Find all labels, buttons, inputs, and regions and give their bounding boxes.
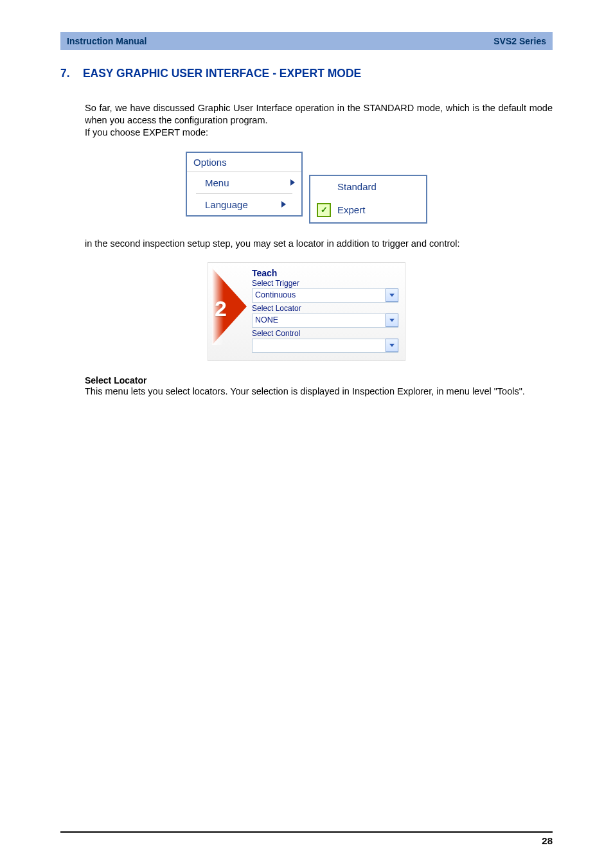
select-trigger-label: Select Trigger	[252, 279, 398, 288]
options-item-language-label: Language	[205, 199, 248, 210]
chevron-down-icon	[389, 319, 395, 322]
page-header-bar: Instruction Manual SVS2 Series	[60, 32, 553, 50]
dropdown-button[interactable]	[386, 288, 398, 302]
section-number: 7.	[60, 67, 80, 80]
teach-panel: 2 Teach Select Trigger Continuous Select…	[208, 262, 405, 361]
select-locator-dropdown[interactable]: NONE	[252, 314, 398, 328]
page-footer: 28	[60, 831, 553, 846]
options-menu-title[interactable]: Options	[187, 153, 301, 172]
options-item-menu[interactable]: Menu	[187, 172, 301, 193]
section-title: EASY GRAPHIC USER INTERFACE - EXPERT MOD…	[83, 67, 361, 80]
teach-panel-figure: 2 Teach Select Trigger Continuous Select…	[60, 262, 553, 361]
submenu-item-expert[interactable]: ✓ Expert	[310, 198, 426, 222]
submenu-item-standard[interactable]: Standard	[310, 176, 426, 198]
select-control-value	[252, 339, 386, 352]
page-number: 28	[542, 835, 553, 846]
select-trigger-dropdown[interactable]: Continuous	[252, 288, 398, 303]
options-menu-panel: Options Menu Language	[186, 152, 303, 217]
header-right: SVS2 Series	[493, 36, 546, 46]
step-2-arrow-badge: 2	[212, 268, 247, 345]
header-left: Instruction Manual	[67, 36, 147, 46]
select-locator-paragraph: This menu lets you select locators. Your…	[85, 385, 553, 398]
chevron-down-icon	[389, 344, 395, 347]
select-locator-label: Select Locator	[252, 304, 398, 313]
step-number: 2	[215, 296, 227, 321]
chevron-down-icon	[389, 294, 395, 297]
submenu-standard-label: Standard	[337, 181, 377, 192]
select-locator-heading: Select Locator	[85, 375, 553, 385]
select-control-label: Select Control	[252, 329, 398, 338]
dropdown-button[interactable]	[386, 339, 398, 352]
submenu-expert-label: Expert	[337, 204, 365, 215]
section-heading: 7. EASY GRAPHIC USER INTERFACE - EXPERT …	[60, 67, 553, 80]
checked-icon: ✓	[317, 203, 331, 217]
select-trigger-value: Continuous	[252, 288, 386, 302]
options-menu-figure: Options Menu Language Standard ✓ Expert	[60, 152, 553, 224]
mid-paragraph: in the second inspection setup step, you…	[85, 238, 553, 250]
intro-paragraph: So far, we have discussed Graphic User I…	[85, 102, 553, 139]
select-locator-value: NONE	[252, 314, 386, 327]
intro-line2: If you choose EXPERT mode:	[85, 127, 208, 137]
select-control-dropdown[interactable]	[252, 339, 398, 353]
options-item-menu-label: Menu	[205, 177, 229, 188]
options-submenu-panel: Standard ✓ Expert	[309, 175, 427, 224]
dropdown-button[interactable]	[386, 314, 398, 327]
intro-line1: So far, we have discussed Graphic User I…	[85, 103, 553, 125]
checkbox-spacer	[317, 181, 331, 193]
submenu-arrow-icon	[281, 201, 286, 208]
teach-title: Teach	[252, 268, 398, 278]
options-item-language[interactable]: Language	[196, 193, 292, 215]
submenu-arrow-icon	[290, 179, 295, 186]
